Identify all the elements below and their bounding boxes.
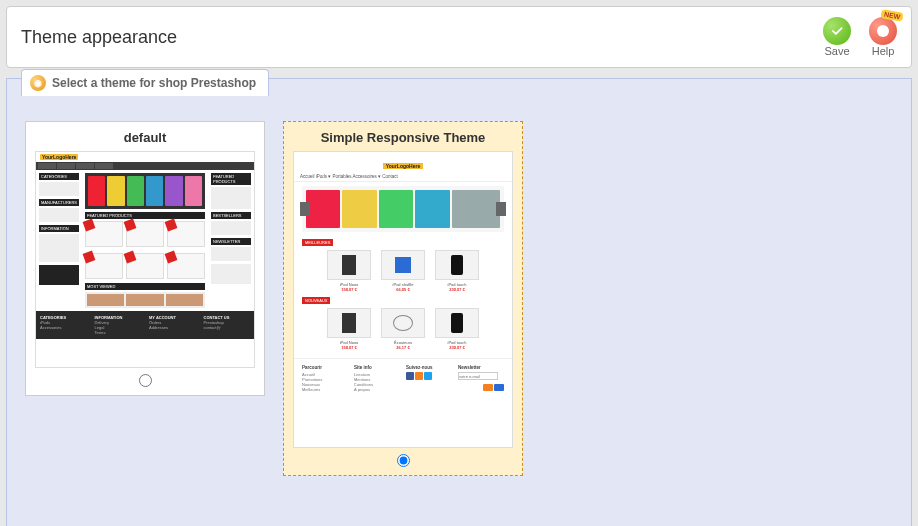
theme-preview-simple-responsive: YourLogoHere Accueil iPods ▾ Portables A… xyxy=(293,151,513,448)
preview-block-header: MOST VIEWED xyxy=(85,283,205,290)
lifebuoy-icon: NEW xyxy=(869,17,897,45)
save-label: Save xyxy=(824,45,849,57)
preview-menu: Accueil iPods ▾ Portables Accessoires ▾ … xyxy=(294,172,512,182)
preview-hero xyxy=(302,186,504,232)
preview-block-header: NEWSLETTER xyxy=(211,238,251,245)
check-circle-icon xyxy=(823,17,851,45)
preview-block-header: CATEGORIES xyxy=(39,173,79,180)
theme-title: Simple Responsive Theme xyxy=(321,126,486,151)
theme-card-default[interactable]: default YourLogoHere CATEGORIES MANUFACT… xyxy=(25,121,265,396)
preview-product-price: 26,17 € xyxy=(381,345,425,350)
theme-title: default xyxy=(124,126,167,151)
preview-block-header: FEATURED PRODUCTS xyxy=(85,212,205,219)
preview-footer-title: CATEGORIES xyxy=(40,315,87,320)
help-button[interactable]: NEW Help xyxy=(869,17,897,57)
preview-newsletter-input xyxy=(458,372,498,380)
preview-section-tag: NOUVEAUX xyxy=(302,297,330,304)
panel-tab-label: Select a theme for shop Prestashop xyxy=(52,76,256,90)
help-label: Help xyxy=(872,45,895,57)
preview-product-price: 230,07 € xyxy=(435,345,479,350)
preview-block-header: FEATURED PRODUCTS xyxy=(211,173,251,185)
theme-card-simple-responsive[interactable]: Simple Responsive Theme YourLogoHere Acc… xyxy=(283,121,523,476)
preview-product-price: 158,07 € xyxy=(327,345,371,350)
preview-footer-title: MY ACCOUNT xyxy=(149,315,196,320)
theme-tab-icon: ◉ xyxy=(30,75,46,91)
theme-radio-default[interactable] xyxy=(139,374,152,387)
save-button[interactable]: Save xyxy=(823,17,851,57)
preview-logo: YourLogoHere xyxy=(383,163,423,169)
new-badge: NEW xyxy=(880,9,904,22)
preview-product-price: 66,05 € xyxy=(381,287,425,292)
preview-footer-title: CONTACT US xyxy=(204,315,251,320)
carousel-prev-icon xyxy=(300,202,310,216)
preview-footer-title: Suivez-nous xyxy=(406,365,452,370)
preview-footer-title: INFORMATION xyxy=(95,315,142,320)
preview-product-price: 158,07 € xyxy=(327,287,371,292)
carousel-next-icon xyxy=(496,202,506,216)
preview-section-tag: MEILLEURES xyxy=(302,239,333,246)
header-actions: Save NEW Help xyxy=(823,17,897,57)
preview-block-header: BESTSELLERS xyxy=(211,212,251,219)
preview-footer-title: Parcourir xyxy=(302,365,348,370)
preview-product-price: 230,07 € xyxy=(435,287,479,292)
preview-footer-title: Newsletter xyxy=(458,365,504,370)
theme-panel: ◉ Select a theme for shop Prestashop def… xyxy=(6,78,912,526)
panel-tab: ◉ Select a theme for shop Prestashop xyxy=(21,69,269,96)
page-title: Theme appearance xyxy=(21,27,177,48)
preview-block-header: INFORMATION xyxy=(39,225,79,232)
theme-preview-default: YourLogoHere CATEGORIES MANUFACTURERS IN… xyxy=(35,151,255,368)
theme-radio-simple-responsive[interactable] xyxy=(397,454,410,467)
preview-block-header: MANUFACTURERS xyxy=(39,199,79,206)
preview-logo: YourLogoHere xyxy=(40,154,78,160)
preview-footer-title: Site info xyxy=(354,365,400,370)
preview-nav xyxy=(36,162,254,170)
page-header: Theme appearance Save NEW Help xyxy=(6,6,912,68)
themes-grid: default YourLogoHere CATEGORIES MANUFACT… xyxy=(7,79,911,518)
